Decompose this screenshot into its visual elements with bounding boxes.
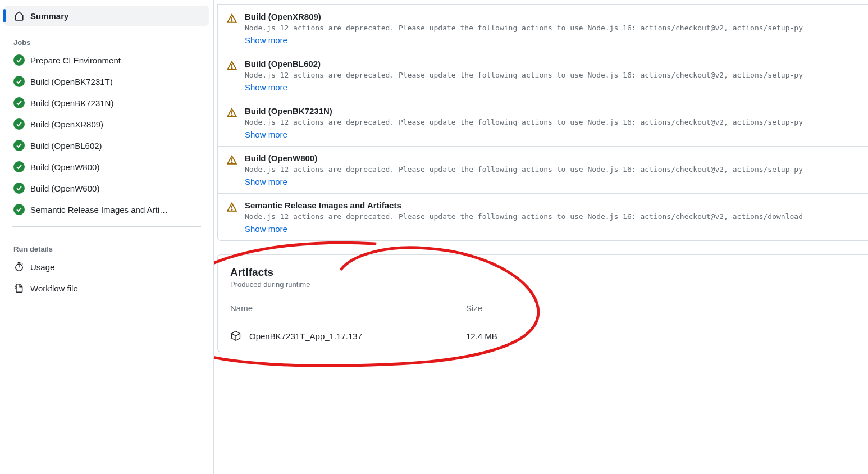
success-icon <box>13 183 25 194</box>
sidebar-item-job-openw600[interactable]: Build (OpenW600) <box>4 178 209 198</box>
sidebar-item-job-openbk7231t[interactable]: Build (OpenBK7231T) <box>4 71 209 92</box>
job-label: Semantic Release Images and Arti… <box>30 205 168 215</box>
job-label: Build (OpenBK7231T) <box>30 77 113 86</box>
svg-point-4 <box>231 162 232 163</box>
home-icon <box>13 10 25 21</box>
show-more-link[interactable]: Show more <box>245 224 287 234</box>
workflow-sidebar: Summary Jobs Prepare CI Environment Buil… <box>0 0 213 474</box>
success-icon <box>13 118 25 130</box>
sidebar-item-job-openbl602[interactable]: Build (OpenBL602) <box>4 135 209 156</box>
annotation-item: Build (OpenBK7231N) Node.js 12 actions a… <box>218 99 868 147</box>
annotation-title: Build (OpenBK7231N) <box>245 106 859 116</box>
sidebar-item-summary[interactable]: Summary <box>4 6 209 26</box>
show-more-link[interactable]: Show more <box>245 177 287 186</box>
file-symlink-icon <box>13 282 25 294</box>
sidebar-item-job-prepare-ci[interactable]: Prepare CI Environment <box>4 50 209 70</box>
show-more-link[interactable]: Show more <box>245 130 287 139</box>
warning-icon <box>227 61 237 71</box>
annotation-item: Build (OpenXR809) Node.js 12 actions are… <box>218 5 868 52</box>
artifacts-table-header: Name Size <box>218 294 868 322</box>
annotation-message: Node.js 12 actions are deprecated. Pleas… <box>245 118 859 126</box>
annotations-list: Build (OpenXR809) Node.js 12 actions are… <box>217 4 868 241</box>
annotation-item: Build (OpenW800) Node.js 12 actions are … <box>218 147 868 194</box>
artifacts-subheading: Produced during runtime <box>230 280 856 289</box>
show-more-link[interactable]: Show more <box>245 35 287 45</box>
success-icon <box>13 97 25 108</box>
job-label: Build (OpenW800) <box>30 162 99 172</box>
sidebar-item-job-semantic-release[interactable]: Semantic Release Images and Arti… <box>4 199 209 220</box>
annotation-message: Node.js 12 actions are deprecated. Pleas… <box>245 212 859 221</box>
divider <box>12 226 201 227</box>
job-label: Build (OpenW600) <box>30 184 99 193</box>
col-name-header: Name <box>230 303 466 313</box>
jobs-header: Jobs <box>4 31 209 49</box>
sidebar-item-job-openbk7231n[interactable]: Build (OpenBK7231N) <box>4 93 209 113</box>
success-icon <box>13 161 25 172</box>
sidebar-item-usage[interactable]: Usage <box>4 257 209 277</box>
success-icon <box>13 204 25 215</box>
svg-point-1 <box>231 21 232 21</box>
warning-icon <box>227 13 237 24</box>
warning-icon <box>227 108 237 118</box>
success-icon <box>13 54 25 66</box>
job-label: Build (OpenBK7231N) <box>30 98 113 108</box>
package-icon <box>230 330 241 341</box>
svg-point-5 <box>231 209 232 210</box>
annotation-item: Build (OpenBL602) Node.js 12 actions are… <box>218 52 868 99</box>
stopwatch-icon <box>13 261 25 272</box>
artifact-row[interactable]: OpenBK7231T_App_1.17.137 12.4 MB <box>218 322 868 352</box>
job-label: Build (OpenBL602) <box>30 141 102 151</box>
svg-point-2 <box>231 68 232 69</box>
svg-point-3 <box>231 115 232 116</box>
artifacts-card: Artifacts Produced during runtime Name S… <box>217 254 868 352</box>
main-content: Build (OpenXR809) Node.js 12 actions are… <box>213 0 868 474</box>
artifact-name: OpenBK7231T_App_1.17.137 <box>249 331 362 341</box>
annotation-message: Node.js 12 actions are deprecated. Pleas… <box>245 24 859 32</box>
artifacts-heading: Artifacts <box>230 266 856 279</box>
success-icon <box>13 140 25 151</box>
annotation-title: Semantic Release Images and Artifacts <box>245 200 859 210</box>
job-label: Prepare CI Environment <box>30 56 121 65</box>
annotation-message: Node.js 12 actions are deprecated. Pleas… <box>245 71 859 79</box>
success-icon <box>13 76 25 87</box>
usage-label: Usage <box>30 262 54 272</box>
job-label: Build (OpenXR809) <box>30 120 103 129</box>
warning-icon <box>227 155 237 165</box>
workflow-file-label: Workflow file <box>30 284 78 293</box>
run-details-header: Run details <box>4 238 209 256</box>
annotation-title: Build (OpenXR809) <box>245 12 859 21</box>
col-size-header: Size <box>466 303 556 313</box>
annotation-title: Build (OpenW800) <box>245 153 859 163</box>
artifact-size: 12.4 MB <box>466 331 556 341</box>
sidebar-item-workflow-file[interactable]: Workflow file <box>4 278 209 298</box>
annotation-message: Node.js 12 actions are deprecated. Pleas… <box>245 165 859 174</box>
sidebar-item-job-openw800[interactable]: Build (OpenW800) <box>4 157 209 177</box>
summary-label: Summary <box>30 11 68 21</box>
annotation-title: Build (OpenBL602) <box>245 59 859 69</box>
annotation-item: Semantic Release Images and Artifacts No… <box>218 194 868 240</box>
show-more-link[interactable]: Show more <box>245 83 287 92</box>
warning-icon <box>227 202 237 212</box>
sidebar-item-job-openxr809[interactable]: Build (OpenXR809) <box>4 114 209 134</box>
